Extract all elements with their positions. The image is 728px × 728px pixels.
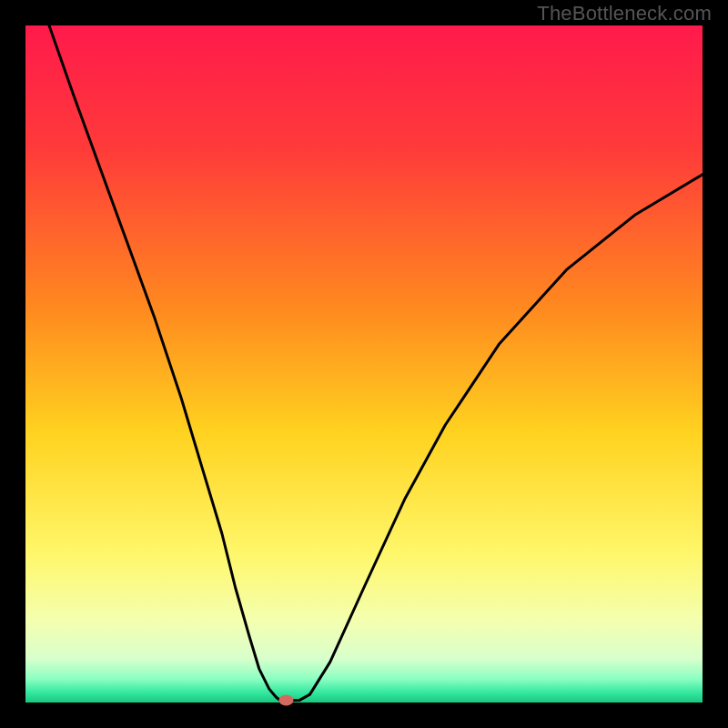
plot-area <box>25 25 703 703</box>
marker-dot <box>278 694 293 705</box>
bottleneck-chart <box>0 0 728 728</box>
watermark-text: TheBottleneck.com <box>537 2 712 25</box>
chart-frame: TheBottleneck.com <box>0 0 728 728</box>
